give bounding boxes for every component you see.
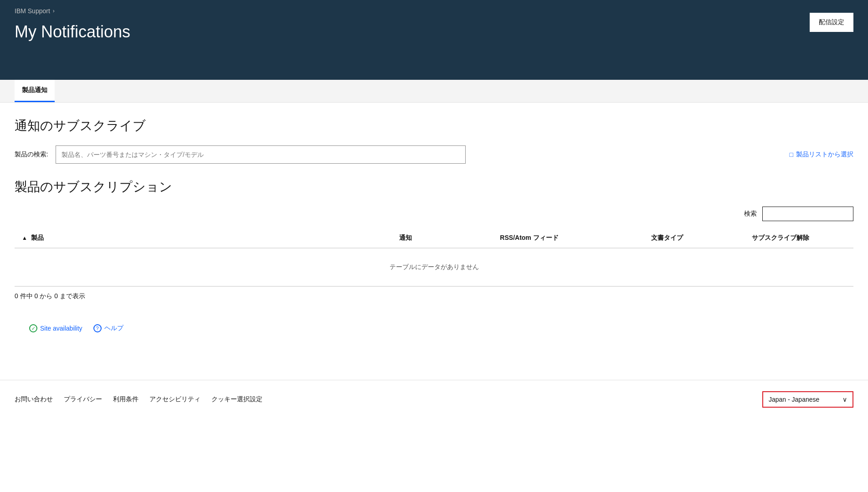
table-col-doctype: 文書タイプ bbox=[644, 228, 745, 248]
table-col-notify: 通知 bbox=[392, 228, 493, 248]
table-col-rss: RSS/Atom フィード bbox=[493, 228, 643, 248]
footer-terms-link[interactable]: 利用条件 bbox=[113, 395, 139, 404]
language-label: Japan - Japanese bbox=[769, 396, 819, 403]
breadcrumb-chevron-icon: › bbox=[53, 8, 55, 14]
table-search-label: 検索 bbox=[744, 210, 757, 218]
site-availability-link[interactable]: ✓ Site availability bbox=[29, 324, 82, 332]
subscription-section-title: 製品のサブスクリプション bbox=[15, 178, 853, 196]
subscriptions-table: ▲ 製品 通知 RSS/Atom フィード 文書タイプ サブスクライブ解除 テー… bbox=[15, 228, 853, 286]
help-link[interactable]: ? ヘルプ bbox=[93, 324, 123, 332]
site-availability-label: Site availability bbox=[40, 325, 82, 332]
product-search-row: 製品の検索: □ 製品リストから選択 bbox=[15, 145, 853, 164]
sort-icon: ▲ bbox=[22, 235, 27, 241]
footer-privacy-link[interactable]: プライバシー bbox=[64, 395, 102, 404]
product-list-icon: □ bbox=[790, 151, 793, 158]
tab-bar: 製品通知 bbox=[0, 80, 868, 103]
page-title: My Notifications bbox=[15, 22, 853, 41]
breadcrumb: IBM Support › bbox=[15, 7, 853, 15]
product-search-input[interactable] bbox=[56, 145, 466, 164]
footer-accessibility-link[interactable]: アクセシビリティ bbox=[149, 395, 200, 404]
table-empty-row: テーブルにデータがありません bbox=[15, 248, 853, 286]
table-search-row: 検索 bbox=[15, 207, 853, 221]
table-section: 検索 ▲ 製品 通知 RSS/Atom フィード 文書タイプ サブスクライブ解除 bbox=[15, 207, 853, 306]
table-search-input[interactable] bbox=[762, 207, 853, 221]
product-search-label: 製品の検索: bbox=[15, 150, 48, 159]
bottom-footer-links: お問い合わせ プライバシー 利用条件 アクセシビリティ クッキー選択設定 bbox=[15, 395, 262, 404]
breadcrumb-ibm-support[interactable]: IBM Support bbox=[15, 7, 50, 15]
footer-links-row: ✓ Site availability ? ヘルプ bbox=[15, 313, 853, 343]
page-header: IBM Support › My Notifications 配信設定 bbox=[0, 0, 868, 80]
main-content: 通知のサブスクライブ 製品の検索: □ 製品リストから選択 製品のサブスクリプシ… bbox=[0, 103, 868, 343]
product-list-link[interactable]: □ 製品リストから選択 bbox=[790, 150, 853, 159]
product-list-label: 製品リストから選択 bbox=[796, 150, 853, 159]
delivery-settings-button[interactable]: 配信設定 bbox=[810, 13, 853, 32]
help-label: ヘルプ bbox=[104, 324, 123, 332]
pagination-info: 0 件中 0 から 0 まで表示 bbox=[15, 286, 853, 306]
table-empty-message: テーブルにデータがありません bbox=[15, 248, 853, 286]
table-col-unsubscribe: サブスクライブ解除 bbox=[745, 228, 853, 248]
chevron-down-icon: ∨ bbox=[842, 396, 847, 403]
check-circle-icon: ✓ bbox=[29, 324, 37, 332]
subscribe-section-title: 通知のサブスクライブ bbox=[15, 117, 853, 135]
footer-cookie-link[interactable]: クッキー選択設定 bbox=[211, 395, 262, 404]
tab-product-notifications[interactable]: 製品通知 bbox=[15, 80, 55, 102]
table-col-product[interactable]: ▲ 製品 bbox=[15, 228, 392, 248]
language-selector[interactable]: Japan - Japanese ∨ bbox=[762, 391, 853, 408]
question-circle-icon: ? bbox=[93, 324, 102, 332]
footer-contact-link[interactable]: お問い合わせ bbox=[15, 395, 53, 404]
table-header-row: ▲ 製品 通知 RSS/Atom フィード 文書タイプ サブスクライブ解除 bbox=[15, 228, 853, 248]
bottom-footer: お問い合わせ プライバシー 利用条件 アクセシビリティ クッキー選択設定 Jap… bbox=[0, 380, 868, 419]
